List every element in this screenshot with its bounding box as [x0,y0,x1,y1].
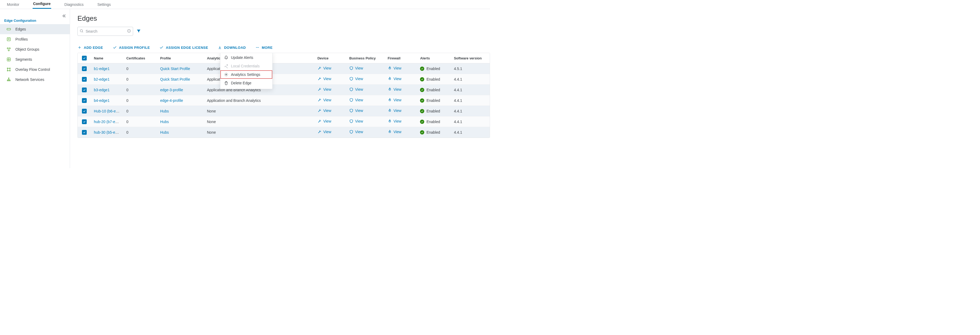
status-icon [420,120,424,124]
edge-name-link[interactable]: b3-edge1 [94,88,110,92]
download-button[interactable]: Download [218,45,246,49]
edge-name-link[interactable]: Hub-10 (b6-edge1) [94,109,123,113]
menu-item-label: Local Credentials [231,64,259,68]
filter-icon[interactable] [136,29,141,34]
sidebar-item-label: Edges [15,27,26,31]
device-view-link[interactable]: View [323,98,331,102]
flame-icon [388,119,392,123]
svg-point-13 [10,68,10,69]
firewall-view-link[interactable]: View [393,87,401,91]
cert-count: 0 [123,106,157,116]
edge-name-link[interactable]: b1-edge1 [94,67,110,71]
search-input[interactable] [78,27,133,36]
shield-icon [349,77,353,81]
wrench-icon [317,66,321,70]
check-icon [113,45,117,49]
tab-configure[interactable]: Configure [33,2,51,9]
firewall-view-link[interactable]: View [393,130,401,134]
row-checkbox[interactable] [82,109,87,113]
sidebar-item-profiles[interactable]: Profiles [0,34,70,44]
policy-view-link[interactable]: View [355,87,363,91]
table-row: b2-edge10Quick Start ProfileApplication … [78,74,490,85]
policy-view-link[interactable]: View [355,130,363,134]
svg-point-40 [226,74,227,75]
assign-profile-button[interactable]: Assign Profile [113,45,150,49]
checkbox-all[interactable] [82,56,87,61]
collapse-sidebar-icon[interactable] [61,13,67,19]
col-software-version[interactable]: Software version [451,53,490,64]
more-menu-item-delete-edge[interactable]: Delete Edge [220,79,272,87]
device-view-link[interactable]: View [323,66,331,70]
profile-link[interactable]: Hubs [160,109,169,113]
edge-name-link[interactable]: hub-30 (b5-edge1) [94,130,123,134]
device-view-link[interactable]: View [323,77,331,81]
row-checkbox[interactable] [82,130,87,135]
device-view-link[interactable]: View [323,108,331,113]
top-nav: MonitorConfigureDiagnosticsSettings [0,0,490,9]
more-menu-item-update-alerts[interactable]: Update Alerts [220,53,272,62]
profile-link[interactable]: Quick Start Profile [160,77,190,81]
add-edge-button[interactable]: Add Edge [78,45,103,49]
col-device[interactable]: Device [314,53,346,64]
sidebar-item-overlay-flow-control[interactable]: Overlay Flow Control [0,64,70,75]
profile-link[interactable]: edge-4-profile [160,98,183,103]
row-checkbox[interactable] [82,120,87,124]
firewall-view-link[interactable]: View [393,98,401,102]
policy-view-link[interactable]: View [355,77,363,81]
firewall-view-link[interactable]: View [393,66,401,70]
trash-icon [224,81,228,85]
row-checkbox[interactable] [82,66,87,71]
more-button[interactable]: More [255,45,272,49]
sidebar-section-title: Edge Configuration [0,13,70,24]
analytics-value: None [204,106,314,116]
device-view-link[interactable]: View [323,87,331,91]
firewall-view-link[interactable]: View [393,77,401,81]
flame-icon [388,87,392,91]
status-icon [420,130,424,134]
row-checkbox[interactable] [82,77,87,82]
profile-link[interactable]: Hubs [160,120,169,124]
menu-item-label: Delete Edge [231,81,251,85]
policy-view-link[interactable]: View [355,66,363,70]
sidebar-item-edges[interactable]: Edges [0,24,70,34]
col-select[interactable] [78,53,91,64]
col-alerts[interactable]: Alerts [417,53,450,64]
assign-license-button[interactable]: Assign Edge License [159,45,208,49]
col-certificates[interactable]: Certificates [123,53,157,64]
col-name[interactable]: Name [91,53,123,64]
sidebar-item-label: Profiles [15,37,28,41]
col-firewall[interactable]: Firewall [385,53,417,64]
info-icon[interactable] [127,29,131,34]
edge-name-link[interactable]: b2-edge1 [94,77,110,81]
row-checkbox[interactable] [82,98,87,103]
sidebar-item-label: Network Services [15,77,44,82]
edge-name-link[interactable]: hub-20 (b7-edge1) [94,120,123,124]
device-icon [6,27,11,32]
policy-view-link[interactable]: View [355,98,363,102]
row-checkbox[interactable] [82,88,87,92]
shield-icon [349,119,353,123]
edge-name-link[interactable]: b4-edge1 [94,98,110,103]
col-business-policy[interactable]: Business Policy [346,53,385,64]
profile-link[interactable]: Quick Start Profile [160,67,190,71]
device-view-link[interactable]: View [323,130,331,134]
col-profile[interactable]: Profile [157,53,204,64]
wrench-icon [317,77,321,81]
tab-settings[interactable]: Settings [97,2,111,9]
sidebar-item-segments[interactable]: Segments [0,54,70,64]
sidebar-item-object-groups[interactable]: Object Groups [0,44,70,54]
cert-count: 0 [123,74,157,85]
sidebar-item-network-services[interactable]: Network Services [0,75,70,85]
device-view-link[interactable]: View [323,119,331,123]
more-menu-item-analytics-settings[interactable]: Analytics Settings [220,70,272,79]
firewall-view-link[interactable]: View [393,119,401,123]
tab-monitor[interactable]: Monitor [6,2,20,9]
tab-diagnostics[interactable]: Diagnostics [64,2,84,9]
profile-link[interactable]: Hubs [160,130,169,134]
table-row: b4-edge10edge-4-profileApplication and B… [78,95,490,106]
policy-view-link[interactable]: View [355,108,363,113]
wrench-icon [317,108,321,113]
policy-view-link[interactable]: View [355,119,363,123]
profile-link[interactable]: edge-3-profile [160,88,183,92]
firewall-view-link[interactable]: View [393,108,401,113]
